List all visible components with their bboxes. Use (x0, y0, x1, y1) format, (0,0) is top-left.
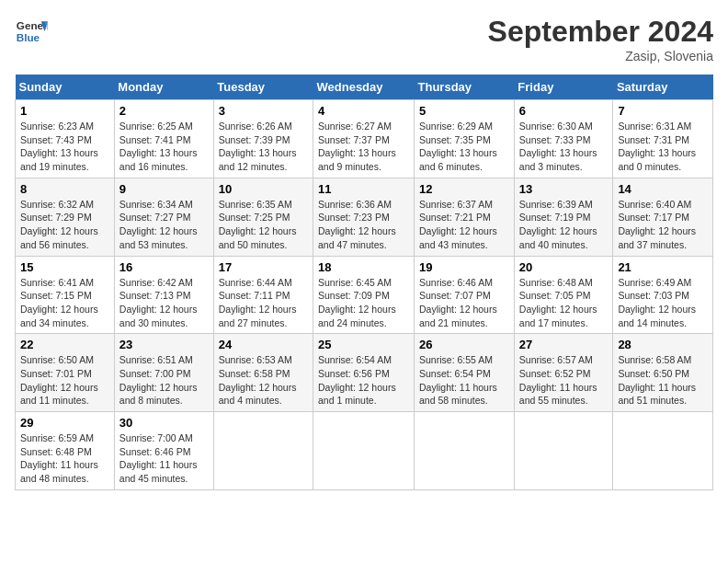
day-info: Sunrise: 6:35 AM Sunset: 7:25 PM Dayligh… (219, 198, 308, 252)
day-info: Sunrise: 6:49 AM Sunset: 7:03 PM Dayligh… (618, 276, 708, 330)
calendar-cell: 29 Sunrise: 6:59 AM Sunset: 6:48 PM Dayl… (16, 412, 115, 490)
day-number: 14 (618, 182, 708, 196)
day-info: Sunrise: 6:29 AM Sunset: 7:35 PM Dayligh… (419, 120, 509, 174)
calendar-cell: 6 Sunrise: 6:30 AM Sunset: 7:33 PM Dayli… (514, 100, 613, 178)
day-number: 27 (519, 338, 609, 351)
week-row-3: 15 Sunrise: 6:41 AM Sunset: 7:15 PM Dayl… (16, 256, 713, 334)
day-number: 3 (219, 104, 308, 118)
calendar-cell: 25 Sunrise: 6:54 AM Sunset: 6:56 PM Dayl… (313, 334, 415, 412)
day-number: 8 (20, 182, 109, 196)
header-sunday: Sunday (16, 75, 115, 100)
header-monday: Monday (114, 75, 213, 100)
day-number: 6 (519, 104, 609, 118)
calendar-cell: 17 Sunrise: 6:44 AM Sunset: 7:11 PM Dayl… (213, 256, 313, 334)
day-info: Sunrise: 6:27 AM Sunset: 7:37 PM Dayligh… (318, 120, 409, 174)
header-tuesday: Tuesday (213, 75, 313, 100)
day-number: 30 (119, 416, 209, 430)
header-thursday: Thursday (415, 75, 515, 100)
day-info: Sunrise: 6:55 AM Sunset: 6:54 PM Dayligh… (419, 353, 509, 408)
day-info: Sunrise: 6:34 AM Sunset: 7:27 PM Dayligh… (119, 198, 209, 252)
header-friday: Friday (514, 75, 613, 100)
day-number: 25 (318, 338, 409, 351)
calendar-cell: 22 Sunrise: 6:50 AM Sunset: 7:01 PM Dayl… (16, 334, 115, 412)
day-info: Sunrise: 6:46 AM Sunset: 7:07 PM Dayligh… (419, 276, 509, 330)
week-row-1: 1 Sunrise: 6:23 AM Sunset: 7:43 PM Dayli… (16, 100, 713, 178)
day-info: Sunrise: 6:59 AM Sunset: 6:48 PM Dayligh… (20, 431, 109, 486)
calendar-cell: 27 Sunrise: 6:57 AM Sunset: 6:52 PM Dayl… (514, 334, 613, 412)
header-saturday: Saturday (613, 75, 713, 100)
week-row-2: 8 Sunrise: 6:32 AM Sunset: 7:29 PM Dayli… (16, 178, 713, 256)
day-info: Sunrise: 6:50 AM Sunset: 7:01 PM Dayligh… (20, 353, 109, 408)
day-info: Sunrise: 6:45 AM Sunset: 7:09 PM Dayligh… (318, 276, 409, 330)
calendar-cell: 14 Sunrise: 6:40 AM Sunset: 7:17 PM Dayl… (613, 178, 713, 256)
day-number: 10 (219, 182, 308, 196)
day-info: Sunrise: 6:40 AM Sunset: 7:17 PM Dayligh… (618, 198, 708, 252)
calendar-cell (415, 412, 515, 490)
calendar-cell: 21 Sunrise: 6:49 AM Sunset: 7:03 PM Dayl… (613, 256, 713, 334)
calendar-cell: 1 Sunrise: 6:23 AM Sunset: 7:43 PM Dayli… (16, 100, 115, 178)
calendar-cell: 18 Sunrise: 6:45 AM Sunset: 7:09 PM Dayl… (313, 256, 415, 334)
day-number: 23 (119, 338, 209, 351)
day-info: Sunrise: 6:58 AM Sunset: 6:50 PM Dayligh… (618, 353, 708, 408)
day-number: 11 (318, 182, 409, 196)
calendar-cell: 7 Sunrise: 6:31 AM Sunset: 7:31 PM Dayli… (613, 100, 713, 178)
calendar-cell: 15 Sunrise: 6:41 AM Sunset: 7:15 PM Dayl… (16, 256, 115, 334)
day-number: 15 (20, 260, 109, 274)
calendar-cell: 4 Sunrise: 6:27 AM Sunset: 7:37 PM Dayli… (313, 100, 415, 178)
day-number: 24 (219, 338, 308, 351)
day-number: 19 (419, 260, 509, 274)
day-number: 2 (119, 104, 209, 118)
week-row-5: 29 Sunrise: 6:59 AM Sunset: 6:48 PM Dayl… (16, 412, 713, 490)
calendar-cell: 13 Sunrise: 6:39 AM Sunset: 7:19 PM Dayl… (514, 178, 613, 256)
calendar-cell (313, 412, 415, 490)
calendar-cell: 20 Sunrise: 6:48 AM Sunset: 7:05 PM Dayl… (514, 256, 613, 334)
calendar-cell: 5 Sunrise: 6:29 AM Sunset: 7:35 PM Dayli… (415, 100, 515, 178)
svg-text:Blue: Blue (17, 31, 40, 43)
day-info: Sunrise: 6:37 AM Sunset: 7:21 PM Dayligh… (419, 198, 509, 252)
header-wednesday: Wednesday (313, 75, 415, 100)
day-info: Sunrise: 6:26 AM Sunset: 7:39 PM Dayligh… (219, 120, 308, 174)
page-header: General Blue September 2024 Zasip, Slove… (15, 15, 713, 63)
day-info: Sunrise: 6:42 AM Sunset: 7:13 PM Dayligh… (119, 276, 209, 330)
calendar-table: SundayMondayTuesdayWednesdayThursdayFrid… (15, 75, 713, 490)
day-info: Sunrise: 6:25 AM Sunset: 7:41 PM Dayligh… (119, 120, 209, 174)
day-info: Sunrise: 6:23 AM Sunset: 7:43 PM Dayligh… (20, 120, 109, 174)
day-number: 17 (219, 260, 308, 274)
day-info: Sunrise: 6:32 AM Sunset: 7:29 PM Dayligh… (20, 198, 109, 252)
calendar-cell: 30 Sunrise: 7:00 AM Sunset: 6:46 PM Dayl… (114, 412, 213, 490)
month-title: September 2024 (488, 15, 713, 49)
day-number: 12 (419, 182, 509, 196)
calendar-cell: 24 Sunrise: 6:53 AM Sunset: 6:58 PM Dayl… (213, 334, 313, 412)
day-number: 13 (519, 182, 609, 196)
calendar-cell: 28 Sunrise: 6:58 AM Sunset: 6:50 PM Dayl… (613, 334, 713, 412)
day-info: Sunrise: 6:36 AM Sunset: 7:23 PM Dayligh… (318, 198, 409, 252)
calendar-cell: 12 Sunrise: 6:37 AM Sunset: 7:21 PM Dayl… (415, 178, 515, 256)
day-info: Sunrise: 7:00 AM Sunset: 6:46 PM Dayligh… (119, 431, 209, 486)
day-info: Sunrise: 6:44 AM Sunset: 7:11 PM Dayligh… (219, 276, 308, 330)
day-number: 5 (419, 104, 509, 118)
week-row-4: 22 Sunrise: 6:50 AM Sunset: 7:01 PM Dayl… (16, 334, 713, 412)
day-number: 18 (318, 260, 409, 274)
calendar-cell (514, 412, 613, 490)
calendar-cell: 8 Sunrise: 6:32 AM Sunset: 7:29 PM Dayli… (16, 178, 115, 256)
calendar-cell: 11 Sunrise: 6:36 AM Sunset: 7:23 PM Dayl… (313, 178, 415, 256)
day-info: Sunrise: 6:51 AM Sunset: 7:00 PM Dayligh… (119, 353, 209, 408)
day-info: Sunrise: 6:39 AM Sunset: 7:19 PM Dayligh… (519, 198, 609, 252)
calendar-cell (613, 412, 713, 490)
location-subtitle: Zasip, Slovenia (488, 49, 713, 63)
calendar-cell: 10 Sunrise: 6:35 AM Sunset: 7:25 PM Dayl… (213, 178, 313, 256)
day-info: Sunrise: 6:48 AM Sunset: 7:05 PM Dayligh… (519, 276, 609, 330)
day-number: 16 (119, 260, 209, 274)
day-number: 26 (419, 338, 509, 351)
day-info: Sunrise: 6:30 AM Sunset: 7:33 PM Dayligh… (519, 120, 609, 174)
day-info: Sunrise: 6:31 AM Sunset: 7:31 PM Dayligh… (618, 120, 708, 174)
logo: General Blue (15, 15, 48, 48)
day-number: 4 (318, 104, 409, 118)
calendar-cell (213, 412, 313, 490)
day-number: 28 (618, 338, 708, 351)
calendar-cell: 19 Sunrise: 6:46 AM Sunset: 7:07 PM Dayl… (415, 256, 515, 334)
day-number: 22 (20, 338, 109, 351)
logo-icon: General Blue (15, 15, 48, 48)
day-number: 1 (20, 104, 109, 118)
day-number: 7 (618, 104, 708, 118)
